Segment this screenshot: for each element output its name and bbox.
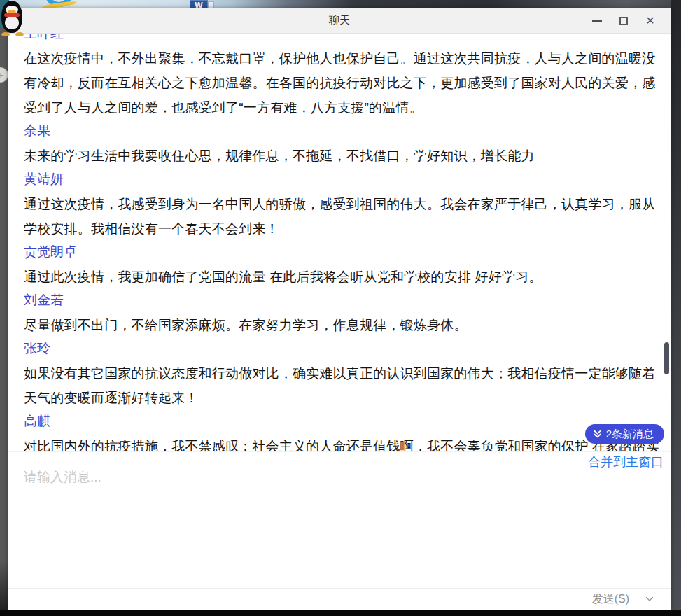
desktop-bottom-edge	[0, 610, 681, 616]
maximize-icon	[619, 17, 628, 25]
qq-penguin-scarf	[4, 13, 20, 17]
sender-name[interactable]: 黄靖妍	[24, 172, 661, 186]
titlebar[interactable]: 聊天 ✕	[8, 8, 671, 34]
send-options-button[interactable]	[638, 596, 658, 602]
minimize-button[interactable]	[584, 8, 610, 34]
sender-name[interactable]: 张玲	[24, 342, 661, 356]
qq-penguin-belly	[5, 15, 19, 29]
message-text: 尽量做到不出门，不给国家添麻烦。在家努力学习，作息规律，锻炼身体。	[24, 313, 661, 337]
sender-name[interactable]: 王叶红	[24, 34, 661, 41]
chat-message: 黄靖妍 通过这次疫情，我感受到身为一名中国人的骄傲，感受到祖国的伟大。我会在家严…	[24, 172, 661, 241]
qq-penguin-foot	[1, 32, 10, 36]
sender-name[interactable]: 高麒	[24, 414, 661, 428]
qq-penguin-icon[interactable]	[0, 0, 25, 36]
sender-name[interactable]: 余果	[24, 124, 661, 138]
desktop-right-edge	[671, 0, 681, 610]
chevron-down-icon	[645, 596, 654, 602]
message-list[interactable]: 王叶红 在这次疫情中，不外出聚集，不忘戴口罩，保护他人也保护自己。通过这次共同抗…	[8, 34, 671, 451]
message-text: 通过这次疫情，我感受到身为一名中国人的骄傲，感受到祖国的伟大。我会在家严于律己，…	[24, 192, 661, 241]
new-messages-button[interactable]: 2条新消息	[585, 424, 664, 444]
message-text: 在这次疫情中，不外出聚集，不忘戴口罩，保护他人也保护自己。通过这次共同抗疫，人与…	[24, 46, 661, 120]
minimize-icon	[592, 20, 602, 22]
window-controls: ✕	[584, 8, 664, 34]
chat-message: 余果 未来的学习生活中我要收住心思，规律作息，不拖延，不找借口，学好知识，增长能…	[24, 124, 661, 168]
message-text: 对比国内外的抗疫措施，我不禁感叹：社会主义的人命还是值钱啊，我不会辜负党和国家的…	[24, 434, 661, 451]
message-text: 未来的学习生活中我要收住心思，规律作息，不拖延，不找借口，学好知识，增长能力	[24, 144, 661, 168]
message-text: 如果没有其它国家的抗议态度和行动做对比，确实难以真正的认识到国家的伟大；我相信疫…	[24, 361, 661, 410]
send-button[interactable]: 发送(S)	[584, 592, 638, 607]
input-area: 合并到主窗口 请输入消息... 发送(S)	[8, 451, 671, 610]
sender-name[interactable]: 刘金若	[24, 293, 661, 307]
send-row: 发送(S)	[8, 588, 671, 610]
chat-message: 王叶红 在这次疫情中，不外出聚集，不忘戴口罩，保护他人也保护自己。通过这次共同抗…	[24, 34, 661, 120]
chat-message: 张玲 如果没有其它国家的抗议态度和行动做对比，确实难以真正的认识到国家的伟大；我…	[24, 342, 661, 410]
new-messages-label: 2条新消息	[606, 428, 654, 441]
chat-message: 高麒 对比国内外的抗疫措施，我不禁感叹：社会主义的人命还是值钱啊，我不会辜负党和…	[24, 414, 661, 451]
chat-message: 刘金若 尽量做到不出门，不给国家添麻烦。在家努力学习，作息规律，锻炼身体。	[24, 293, 661, 337]
close-icon: ✕	[645, 15, 654, 27]
message-text: 通过此次疫情，我更加确信了党国的流量 在此后我将会听从党和学校的安排 好好学习。	[24, 265, 661, 289]
chat-message: 贡觉朗卓 通过此次疫情，我更加确信了党国的流量 在此后我将会听从党和学校的安排 …	[24, 245, 661, 289]
input-placeholder: 请输入消息...	[24, 470, 101, 484]
sender-name[interactable]: 贡觉朗卓	[24, 245, 661, 259]
chat-window: 聊天 ✕ 王叶红 在这次疫情中，不外出聚集，不忘戴口罩，保护他人也保护自己。通过…	[8, 8, 671, 610]
scrollbar-thumb[interactable]	[664, 342, 669, 374]
double-chevron-down-icon	[593, 430, 602, 439]
window-title: 聊天	[329, 14, 350, 27]
close-button[interactable]: ✕	[637, 8, 664, 34]
message-input[interactable]: 请输入消息...	[8, 452, 671, 588]
chat-history-area: 王叶红 在这次疫情中，不外出聚集，不忘戴口罩，保护他人也保护自己。通过这次共同抗…	[8, 34, 671, 451]
qq-penguin-foot	[15, 32, 24, 36]
maximize-button[interactable]	[610, 8, 637, 34]
